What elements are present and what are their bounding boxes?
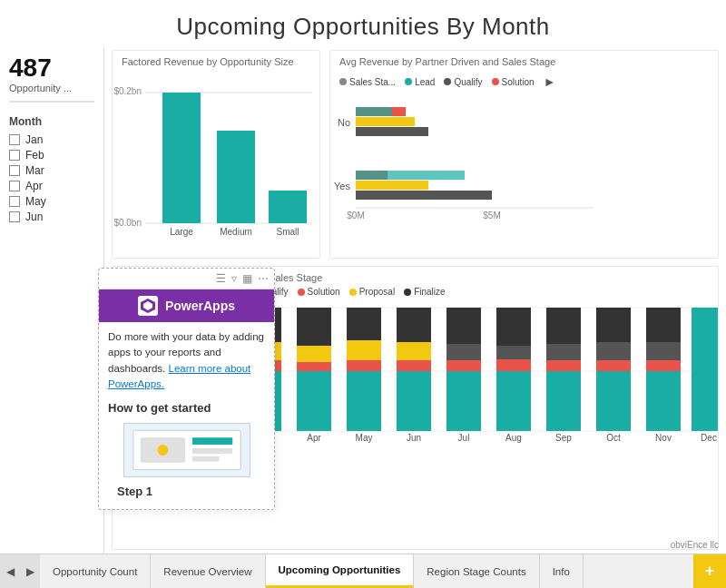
svg-rect-64 <box>596 360 631 371</box>
popup-step-image <box>123 423 250 477</box>
legend-solution: Solution <box>492 77 535 87</box>
svg-rect-40 <box>297 362 331 371</box>
month-item[interactable]: Jan <box>9 133 94 146</box>
legend-sales-stage: Sales Sta... <box>339 77 396 87</box>
svg-rect-57 <box>496 371 531 431</box>
month-checkbox-may[interactable] <box>9 196 20 207</box>
bar-large[interactable] <box>162 93 201 223</box>
svg-rect-70 <box>692 308 718 431</box>
legend-proposal-bottom: Proposal <box>349 287 395 297</box>
svg-rect-88 <box>191 437 231 445</box>
svg-text:Apr: Apr <box>307 433 321 443</box>
svg-rect-12 <box>356 127 428 136</box>
svg-text:Sep: Sep <box>555 433 572 443</box>
tab-region-stage-counts[interactable]: Region Stage Counts <box>414 554 539 588</box>
svg-rect-16 <box>356 191 492 200</box>
popup-how-title: How to get started <box>108 399 265 417</box>
svg-rect-63 <box>596 342 631 360</box>
month-item[interactable]: May <box>9 195 94 208</box>
avg-revenue-legend: Sales Sta... Lead Qualify Solution <box>330 73 718 91</box>
month-item[interactable]: Jun <box>9 211 94 223</box>
svg-text:Jun: Jun <box>407 433 421 443</box>
month-list: Jan Feb Mar Apr May Jun <box>9 133 94 223</box>
brand-label: obviEnce llc <box>671 540 719 550</box>
popup-toolbar: ☰ ▿ ▦ ⋯ <box>99 269 274 289</box>
svg-rect-66 <box>646 308 681 342</box>
month-checkbox-feb[interactable] <box>9 150 20 161</box>
svg-rect-11 <box>356 107 392 116</box>
more-icon[interactable]: ⋯ <box>258 272 269 285</box>
tab-revenue-overview[interactable]: Revenue Overview <box>151 554 265 588</box>
svg-rect-89 <box>191 448 231 454</box>
menu-icon[interactable]: ☰ <box>216 272 226 285</box>
svg-rect-59 <box>546 344 581 360</box>
svg-rect-41 <box>297 371 331 431</box>
tab-add-button[interactable]: + <box>693 554 726 588</box>
svg-rect-65 <box>596 371 631 431</box>
svg-rect-56 <box>496 359 531 371</box>
svg-rect-14 <box>356 181 428 190</box>
sidebar: 487 Opportunity ... Month Jan Feb Mar Ap… <box>0 46 104 554</box>
svg-text:$5M: $5M <box>483 211 500 220</box>
svg-rect-46 <box>397 308 431 342</box>
svg-text:Aug: Aug <box>505 433 522 443</box>
month-item[interactable]: Feb <box>9 149 94 162</box>
month-checkbox-jun[interactable] <box>9 211 20 222</box>
svg-text:Dec: Dec <box>701 433 717 443</box>
svg-rect-52 <box>446 360 481 371</box>
legend-solution-bottom: Solution <box>298 287 340 297</box>
tab-prev-button[interactable]: ◀ <box>0 554 20 588</box>
bar-small[interactable] <box>269 191 307 223</box>
svg-text:Medium: Medium <box>220 227 252 237</box>
legend-arrow[interactable]: ► <box>544 74 556 89</box>
kpi-block: 487 Opportunity ... <box>9 54 94 103</box>
filter-icon[interactable]: ▿ <box>231 272 237 285</box>
svg-text:No: No <box>338 117 350 128</box>
svg-rect-45 <box>347 371 381 431</box>
bar-medium[interactable] <box>217 131 255 223</box>
svg-rect-43 <box>347 340 381 360</box>
svg-rect-90 <box>191 456 219 461</box>
svg-text:$0.0bn: $0.0bn <box>113 218 142 228</box>
svg-rect-42 <box>347 308 381 340</box>
svg-rect-58 <box>546 308 581 344</box>
svg-text:Jul: Jul <box>458 433 470 443</box>
avg-revenue-chart: Avg Revenue by Partner Driven and Sales … <box>329 50 719 259</box>
svg-rect-50 <box>446 308 481 344</box>
svg-rect-62 <box>596 308 631 342</box>
month-checkbox-mar[interactable] <box>9 165 20 176</box>
tab-opportunity-count[interactable]: Opportunity Count <box>40 554 151 588</box>
powerapps-header: PowerApps <box>99 289 274 322</box>
factored-revenue-title: Factored Revenue by Opportunity Size <box>113 51 319 69</box>
svg-rect-61 <box>546 371 581 431</box>
svg-rect-55 <box>496 346 531 359</box>
layout-icon[interactable]: ▦ <box>242 272 252 285</box>
svg-rect-48 <box>397 360 431 371</box>
month-item[interactable]: Apr <box>9 180 94 192</box>
kpi-label: Opportunity ... <box>9 83 94 93</box>
svg-rect-60 <box>546 360 581 371</box>
tab-info[interactable]: Info <box>540 554 584 588</box>
svg-rect-67 <box>646 342 681 360</box>
month-checkbox-apr[interactable] <box>9 181 20 191</box>
tab-next-button[interactable]: ▶ <box>20 554 40 588</box>
tab-upcoming-opportunities[interactable]: Upcoming Opportunities <box>266 554 415 588</box>
factored-revenue-chart: Factored Revenue by Opportunity Size $0.… <box>112 50 320 259</box>
avg-revenue-title: Avg Revenue by Partner Driven and Sales … <box>330 51 718 69</box>
month-checkbox-jan[interactable] <box>9 134 20 145</box>
svg-rect-38 <box>297 308 331 346</box>
popup-body: Do more with your data by adding apps to… <box>99 329 274 500</box>
tab-bar: ◀ ▶ Opportunity Count Revenue Overview U… <box>0 554 726 588</box>
svg-rect-49 <box>397 371 431 431</box>
month-item[interactable]: Mar <box>9 164 94 177</box>
svg-text:Nov: Nov <box>655 433 672 443</box>
svg-rect-39 <box>297 346 331 362</box>
powerapps-label: PowerApps <box>165 299 235 313</box>
svg-rect-68 <box>646 360 681 371</box>
factored-revenue-svg: $0.2bn $0.0bn Large Medium <box>113 67 320 258</box>
svg-rect-69 <box>646 371 681 431</box>
svg-rect-53 <box>446 371 481 431</box>
avg-revenue-svg: No Yes $0M <box>330 94 718 230</box>
svg-text:Oct: Oct <box>606 433 621 443</box>
svg-rect-47 <box>397 342 431 360</box>
